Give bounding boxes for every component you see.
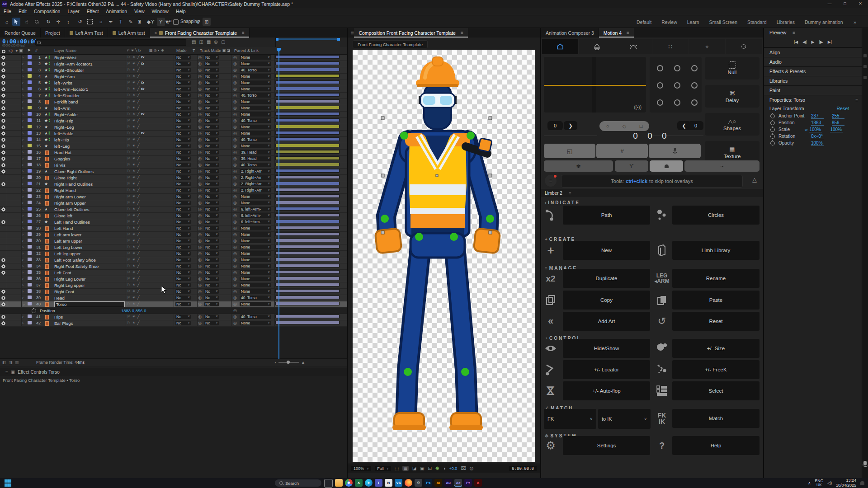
blend-mode-dropdown[interactable]: Nc∨ bbox=[175, 125, 191, 129]
expand-chevron-icon[interactable] bbox=[22, 289, 24, 294]
expand-chevron-icon[interactable] bbox=[22, 118, 24, 123]
layer-duration-bar[interactable] bbox=[275, 55, 340, 59]
parent-dropdown[interactable]: None∨ bbox=[240, 74, 271, 79]
layer-row[interactable]: 4 Right~Arm ⚐ ☀ ╱ fx Nc∨ ◎ Nc∨ ◎ None∨ bbox=[0, 74, 347, 80]
track-matte-dropdown[interactable]: Nc∨ bbox=[204, 188, 219, 192]
zoom-tool-icon[interactable] bbox=[33, 18, 41, 26]
menu-item[interactable]: Layer bbox=[67, 9, 79, 14]
label-color-chip[interactable] bbox=[28, 258, 32, 261]
parent-pickwhip-icon[interactable]: ◎ bbox=[233, 314, 237, 319]
track-matte-dropdown[interactable]: Nc∨ bbox=[204, 99, 219, 104]
taskbar-app-icon[interactable] bbox=[345, 479, 353, 487]
eye-icon[interactable] bbox=[1, 138, 5, 142]
layer-switches[interactable]: ⚐ ☀ ╱ bbox=[127, 201, 140, 205]
parent-pickwhip-icon[interactable]: ◎ bbox=[233, 277, 237, 281]
right-value-field[interactable]: 0 bbox=[688, 121, 703, 130]
fx-badge[interactable]: fx bbox=[141, 131, 144, 135]
left-value-field[interactable]: 0 bbox=[547, 121, 563, 130]
reset-button[interactable]: Reset bbox=[672, 312, 760, 331]
matte-pickwhip-icon[interactable]: ◎ bbox=[198, 93, 202, 98]
parent-dropdown[interactable]: None∨ bbox=[240, 106, 271, 110]
parent-pickwhip-icon[interactable]: ◎ bbox=[233, 213, 237, 218]
expand-chevron-icon[interactable] bbox=[22, 137, 24, 142]
layer-name[interactable]: Glove left Outlines bbox=[54, 207, 90, 212]
parent-dropdown[interactable]: None∨ bbox=[240, 270, 271, 275]
dolly-tool-icon[interactable]: ↕ bbox=[64, 18, 72, 26]
track-matte-dropdown[interactable]: Nc∨ bbox=[204, 194, 219, 199]
layer-row[interactable]: 34 Right Foot Safety Shoe ⚐ ☀ ╱ fx Nc∨ ◎… bbox=[0, 263, 347, 270]
panel-menu-icon[interactable]: ≡ bbox=[793, 30, 795, 35]
layer-switches[interactable]: ⚐ ☀ ╱ bbox=[127, 106, 140, 110]
matte-pickwhip-icon[interactable]: ◎ bbox=[198, 314, 202, 319]
rig-tool-button[interactable]: # bbox=[596, 144, 648, 158]
expand-chevron-icon[interactable] bbox=[22, 188, 24, 192]
parent-pickwhip-icon[interactable]: ◎ bbox=[233, 321, 237, 325]
layer-duration-bar[interactable] bbox=[275, 74, 340, 78]
layer-row[interactable]: 21 Right Hand Outlines ⚐ ☀ ╱ fx Nc∨ ◎ Nc… bbox=[0, 181, 347, 188]
fx-badge[interactable]: fx bbox=[141, 112, 144, 116]
timeline-zoom-slider[interactable]: ▲▲ bbox=[274, 360, 305, 365]
layer-duration-bar[interactable] bbox=[275, 175, 340, 179]
preview-panel-header[interactable]: Preview≡ bbox=[764, 28, 862, 37]
label-color-chip[interactable] bbox=[28, 99, 32, 103]
layer-name[interactable]: Hips bbox=[54, 314, 63, 319]
blend-mode-dropdown[interactable]: Nc∨ bbox=[175, 302, 191, 306]
puppet-tool-button[interactable]: ϒ bbox=[615, 160, 648, 172]
track-matte-dropdown[interactable]: Nc∨ bbox=[204, 131, 219, 136]
blend-mode-dropdown[interactable]: Nc∨ bbox=[175, 61, 191, 66]
layer-name[interactable]: Right Foot Safety Shoe bbox=[54, 264, 99, 269]
parent-pickwhip-icon[interactable]: ◎ bbox=[233, 264, 237, 268]
clock[interactable]: 13:2410/04/2025 bbox=[836, 478, 856, 488]
add-art-button[interactable]: Add Art bbox=[563, 312, 650, 331]
composition-navigator-pill[interactable]: Front Facing Character Teamplate bbox=[353, 40, 428, 48]
fx-badge[interactable]: fx bbox=[141, 61, 144, 66]
layer-duration-bar[interactable] bbox=[275, 125, 340, 128]
layer-switches[interactable]: ⚐ ☀ ╱ bbox=[127, 194, 140, 198]
track-matte-dropdown[interactable]: Nc∨ bbox=[204, 80, 219, 85]
layer-switches[interactable]: ⚐ ☀ ╱ bbox=[127, 296, 140, 300]
layer-name[interactable]: Ear Plugs bbox=[54, 321, 73, 326]
parent-pickwhip-icon[interactable]: ◎ bbox=[233, 283, 237, 287]
layer-switches[interactable]: ⚐ ☀ ╱ bbox=[127, 61, 140, 66]
parent-pickwhip-icon[interactable]: ◎ bbox=[233, 188, 237, 192]
layer-search-input[interactable] bbox=[35, 39, 186, 46]
blend-mode-dropdown[interactable]: Nc∨ bbox=[175, 68, 191, 72]
menu-item[interactable]: Effect bbox=[87, 9, 99, 14]
tab-left-arm-test[interactable]: Left Arm Test bbox=[65, 28, 108, 38]
scale-tool-button[interactable]: ◱ bbox=[544, 144, 595, 158]
rig-figure-2-icon[interactable]: ϒ bbox=[157, 18, 165, 26]
blend-mode-dropdown[interactable]: Nc∨ bbox=[175, 144, 191, 148]
label-color-chip[interactable] bbox=[28, 112, 32, 116]
taskbar-app-icon[interactable]: Pr bbox=[464, 479, 472, 487]
parent-dropdown[interactable]: 6. left~Arm-∨ bbox=[240, 213, 271, 218]
layer-name[interactable]: Right~Arm bbox=[54, 74, 75, 79]
layer-duration-bar[interactable] bbox=[275, 118, 340, 122]
track-matte-dropdown[interactable]: Nc∨ bbox=[204, 213, 219, 218]
eye-icon[interactable] bbox=[1, 87, 5, 91]
rotation-value[interactable]: 0x+0° bbox=[811, 134, 824, 139]
track-matte-dropdown[interactable]: Nc∨ bbox=[204, 201, 219, 205]
parent-dropdown[interactable]: None∨ bbox=[240, 251, 271, 256]
layer-switches[interactable]: ⚐ ☀ ╱ bbox=[127, 144, 140, 148]
circles-button[interactable]: Circles bbox=[672, 206, 760, 225]
track-matte-dropdown[interactable]: Nc∨ bbox=[204, 106, 219, 110]
label-color-chip[interactable] bbox=[28, 144, 32, 147]
layer-row[interactable]: 18 Hi Vis ⚐ ☀ ╱ fx Nc∨ ◎ Nc∨ ◎ 40. Torso… bbox=[0, 162, 347, 169]
blend-mode-dropdown[interactable]: Nc∨ bbox=[175, 296, 191, 300]
label-color-chip[interactable] bbox=[28, 131, 32, 135]
shape-tool-icon[interactable]: ○ bbox=[97, 18, 105, 26]
matte-pickwhip-icon[interactable]: ◎ bbox=[198, 321, 202, 325]
eye-icon[interactable] bbox=[1, 296, 5, 300]
mask-visibility-icon[interactable]: ◪ bbox=[412, 466, 416, 471]
label-color-chip[interactable] bbox=[28, 201, 32, 204]
pan-tool-icon[interactable]: ✛ bbox=[54, 18, 62, 26]
layer-switches[interactable]: ⚐ ☀ ╱ bbox=[127, 283, 140, 287]
start-button[interactable] bbox=[5, 479, 12, 487]
track-matte-dropdown[interactable]: Nc∨ bbox=[204, 61, 219, 66]
blend-mode-dropdown[interactable]: Nc∨ bbox=[175, 213, 191, 218]
expand-chevron-icon[interactable] bbox=[22, 302, 26, 306]
paste-button[interactable]: Paste bbox=[672, 291, 760, 310]
locator-button[interactable]: +/- Locator bbox=[563, 360, 650, 379]
layer-duration-bar[interactable] bbox=[275, 169, 340, 173]
layer-switches[interactable]: ⚐ ☀ ╱ bbox=[127, 125, 140, 129]
